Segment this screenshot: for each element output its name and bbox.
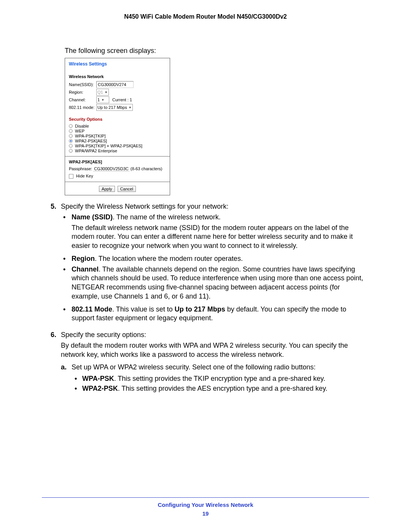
- bullet-region: Region. The location where the modem rou…: [61, 254, 369, 264]
- radio-label: WPA-PSK[TKIP] + WPA2-PSK[AES]: [75, 144, 142, 148]
- ssid-definition: . The name of the wireless network.: [113, 213, 221, 221]
- security-radio-wep[interactable]: WEP: [69, 129, 166, 133]
- wpa-definition: . This setting provides the TKIP encrypt…: [114, 375, 325, 382]
- radio-label: WEP: [75, 129, 84, 133]
- channel-current-text: Current : 1: [112, 97, 132, 102]
- step-5-number: 5.: [42, 202, 61, 327]
- channel-select[interactable]: 1 ▼: [96, 96, 109, 103]
- mode-select[interactable]: Up to 217 Mbps ▼: [96, 104, 133, 111]
- region-term: Region: [72, 255, 95, 262]
- ssid-term: Name (SSID): [72, 213, 113, 221]
- step-6: 6. Specify the security options: By defa…: [42, 331, 369, 395]
- security-radio-wpa-psk-tkip[interactable]: WPA-PSK[TKIP]: [69, 134, 166, 138]
- ssid-label: Name(SSID):: [69, 82, 96, 87]
- wireless-network-heading: Wireless Network: [69, 74, 166, 79]
- page-header-title: N450 WiFi Cable Modem Router Model N450/…: [42, 13, 369, 20]
- chevron-down-icon: ▼: [101, 98, 104, 102]
- step-6a: a. Set up WPA or WPA2 wireless security.…: [61, 363, 369, 393]
- mode-text-1: . This value is set to: [112, 305, 175, 313]
- radio-icon: [69, 144, 73, 148]
- cancel-button[interactable]: Cancel: [118, 186, 136, 192]
- step-5: 5. Specify the Wireless Network settings…: [42, 202, 369, 327]
- chevron-down-icon: ▼: [105, 91, 108, 94]
- chevron-down-icon: ▼: [129, 106, 132, 109]
- wpa2-heading: WPA2-PSK[AES]: [69, 160, 166, 164]
- footer-page-number: 19: [0, 510, 411, 517]
- step-6a-marker: a.: [61, 363, 67, 372]
- security-radio-wpa-mixed[interactable]: WPA-PSK[TKIP] + WPA2-PSK[AES]: [69, 144, 166, 148]
- mode-value-bold: Up to 217 Mbps: [175, 305, 225, 313]
- mode-label: 802.11 mode:: [69, 105, 96, 110]
- security-options-heading: Security Options: [69, 117, 166, 121]
- wireless-settings-screenshot: Wireless Settings Wireless Network Name(…: [65, 58, 170, 195]
- intro-text: The following screen displays:: [65, 47, 369, 55]
- hide-key-checkbox[interactable]: [69, 174, 73, 179]
- apply-button[interactable]: Apply: [99, 186, 115, 192]
- ssid-paragraph: The default wireless network name (SSID)…: [72, 224, 369, 251]
- radio-label: WPA/WPA2 Enterprise: [75, 149, 117, 153]
- radio-label: WPA-PSK[TKIP]: [75, 134, 105, 138]
- mode-value: Up to 217 Mbps: [97, 105, 127, 110]
- bullet-channel: Channel. The available channels depend o…: [61, 265, 369, 301]
- security-radio-enterprise[interactable]: WPA/WPA2 Enterprise: [69, 149, 166, 153]
- channel-definition: . The available channels depend on the r…: [72, 265, 363, 300]
- step-6-para: By default the modem router works with W…: [61, 341, 369, 359]
- radio-icon: [69, 129, 73, 133]
- wpa2-term: WPA2-PSK: [82, 385, 118, 392]
- ssid-input[interactable]: CG3000DV274: [96, 81, 134, 88]
- radio-label: Disable: [75, 124, 89, 128]
- radio-icon: [69, 124, 73, 128]
- channel-term: Channel: [72, 265, 99, 273]
- region-definition: . The location where the modem router op…: [95, 255, 243, 262]
- bullet-wpa2-psk: WPA2-PSK. This setting provides the AES …: [72, 384, 369, 393]
- passphrase-hint: (8-63 characters): [131, 166, 162, 171]
- passphrase-input[interactable]: CG3000DV25D3C: [93, 166, 129, 171]
- channel-value: 1: [97, 97, 100, 102]
- channel-label: Channel:: [69, 97, 96, 102]
- wpa2-definition: . This setting provides the AES encrypti…: [118, 385, 328, 392]
- bullet-80211-mode: 802.11 Mode. This value is set to Up to …: [61, 305, 369, 323]
- passphrase-label: Passphrase:: [69, 166, 92, 171]
- mode-term: 802.11 Mode: [72, 305, 112, 313]
- step-6a-text: Set up WPA or WPA2 wireless security. Se…: [72, 363, 315, 371]
- security-radio-wpa2-psk-aes[interactable]: WPA2-PSK[AES]: [69, 139, 166, 143]
- step-6-lead: Specify the security options:: [61, 331, 369, 340]
- security-radio-disable[interactable]: Disable: [69, 124, 166, 128]
- region-select[interactable]: Q1 ▼: [96, 89, 109, 96]
- radio-label: WPA2-PSK[AES]: [75, 139, 107, 143]
- radio-icon: [69, 134, 73, 138]
- region-label: Region:: [69, 90, 96, 94]
- bullet-name-ssid: Name (SSID). The name of the wireless ne…: [61, 213, 369, 251]
- region-value: Q1: [97, 90, 103, 94]
- screenshot-title: Wireless Settings: [69, 61, 166, 67]
- step-5-lead: Specify the Wireless Network settings fo…: [61, 202, 369, 211]
- page-footer: Configuring Your Wireless Network 19: [0, 497, 411, 517]
- radio-icon: [69, 139, 73, 143]
- radio-icon: [69, 149, 73, 153]
- step-6-number: 6.: [42, 331, 61, 395]
- footer-section-title: Configuring Your Wireless Network: [0, 502, 411, 508]
- wpa-term: WPA-PSK: [82, 375, 114, 382]
- hide-key-label: Hide Key: [76, 174, 93, 178]
- bullet-wpa-psk: WPA-PSK. This setting provides the TKIP …: [72, 374, 369, 383]
